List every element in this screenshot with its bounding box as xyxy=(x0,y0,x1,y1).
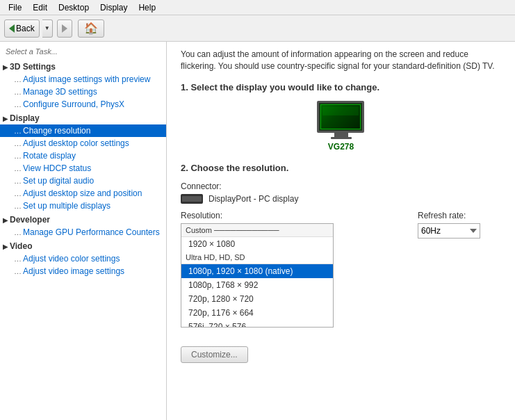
toggle-video-icon: ▶ xyxy=(3,243,8,250)
resolution-listbox-container: Custom ──────────── 1920 × 1080 Ultra HD… xyxy=(181,223,334,328)
section-video-label: Video xyxy=(10,241,32,251)
connector-icon xyxy=(181,194,203,204)
listbox-group-custom: Custom ──────────── xyxy=(181,224,333,237)
sidebar-item-multiple-displays[interactable]: Set up multiple displays xyxy=(0,200,166,212)
sidebar-item-video-image[interactable]: Adjust video image settings xyxy=(0,265,166,277)
listbox-group-uhd: Ultra HD, HD, SD xyxy=(181,251,333,264)
listbox-item-576[interactable]: 576i, 720 × 576 xyxy=(181,320,333,328)
sidebar: Select a Task... ▶ 3D Settings Adjust im… xyxy=(0,42,167,420)
section-developer-label: Developer xyxy=(10,215,50,225)
refresh-label: Refresh rate: xyxy=(418,211,501,220)
sidebar-item-rotate-display[interactable]: Rotate display xyxy=(0,150,166,162)
refresh-column: Refresh rate: 60Hz 59Hz 50Hz xyxy=(418,211,501,239)
monitor-screen-inner xyxy=(320,104,361,129)
resolution-section: Resolution: Custom ──────────── 1920 × 1… xyxy=(181,211,501,330)
sidebar-item-change-resolution[interactable]: Change resolution xyxy=(0,124,166,137)
monitor-icon xyxy=(317,101,366,139)
listbox-item-720p-1176[interactable]: 720p, 1176 × 664 xyxy=(181,306,333,320)
monitor-container[interactable]: VG278 xyxy=(181,101,501,152)
sidebar-item-digital-audio[interactable]: Set up digital audio xyxy=(0,175,166,187)
chevron-down-icon: ▼ xyxy=(44,25,50,31)
task-label: Select a Task... xyxy=(0,45,166,60)
resolution-column: Resolution: Custom ──────────── 1920 × 1… xyxy=(181,211,404,330)
menu-bar: File Edit Desktop Display Help xyxy=(0,0,515,15)
monitor-name: VG278 xyxy=(328,142,354,152)
section-3d-settings: ▶ 3D Settings Adjust image settings with… xyxy=(0,60,166,111)
toggle-3d-icon: ▶ xyxy=(3,63,8,71)
sidebar-item-manage-3d[interactable]: Manage 3D settings xyxy=(0,86,166,98)
section-display-label: Display xyxy=(10,113,40,123)
sidebar-item-configure-surround[interactable]: Configure Surround, PhysX xyxy=(0,98,166,111)
sidebar-item-video-color[interactable]: Adjust video color settings xyxy=(0,252,166,265)
section-3d-header[interactable]: ▶ 3D Settings xyxy=(0,60,166,73)
toggle-display-icon: ▶ xyxy=(3,115,8,122)
monitor-base xyxy=(331,137,352,139)
section-video: ▶ Video Adjust video color settings Adju… xyxy=(0,239,166,278)
content-area: You can adjust the amount of information… xyxy=(167,42,515,420)
menu-help[interactable]: Help xyxy=(133,1,161,14)
section-developer: ▶ Developer Manage GPU Performance Count… xyxy=(0,213,166,239)
menu-file[interactable]: File xyxy=(3,1,27,14)
info-text: You can adjust the amount of information… xyxy=(181,49,501,72)
section1-title: 1. Select the display you would like to … xyxy=(181,82,501,92)
listbox-item-1080p-native[interactable]: 1080p, 1920 × 1080 (native) xyxy=(181,264,333,278)
section-display: ▶ Display Change resolution Adjust deskt… xyxy=(0,111,166,213)
customize-button[interactable]: Customize... xyxy=(181,346,248,363)
listbox-item-720p-1280[interactable]: 720p, 1280 × 720 xyxy=(181,292,333,306)
section-3d-label: 3D Settings xyxy=(10,62,56,72)
resolution-label: Resolution: xyxy=(181,211,404,220)
monitor-screen xyxy=(317,101,364,133)
back-arrow-icon xyxy=(9,24,15,33)
home-icon: 🏠 xyxy=(84,22,98,35)
section2-title: 2. Choose the resolution. xyxy=(181,163,501,173)
refresh-rate-select[interactable]: 60Hz 59Hz 50Hz xyxy=(418,223,480,239)
toolbar: Back ▼ 🏠 xyxy=(0,15,515,42)
menu-display[interactable]: Display xyxy=(95,1,133,14)
forward-arrow-icon xyxy=(62,24,67,33)
listbox-item-1080p-1768[interactable]: 1080p, 1768 × 992 xyxy=(181,278,333,292)
sidebar-item-adjust-image[interactable]: Adjust image settings with preview xyxy=(0,73,166,86)
section-video-header[interactable]: ▶ Video xyxy=(0,240,166,252)
resolution-refresh-row: Resolution: Custom ──────────── 1920 × 1… xyxy=(181,211,501,330)
sidebar-item-desktop-size[interactable]: Adjust desktop size and position xyxy=(0,187,166,200)
connector-text: DisplayPort - PC display xyxy=(209,194,298,204)
home-button[interactable]: 🏠 xyxy=(78,19,104,38)
menu-desktop[interactable]: Desktop xyxy=(53,1,95,14)
section-display-header[interactable]: ▶ Display xyxy=(0,112,166,124)
back-button[interactable]: Back xyxy=(4,19,40,38)
back-label: Back xyxy=(16,24,35,33)
main-layout: Select a Task... ▶ 3D Settings Adjust im… xyxy=(0,42,515,420)
connector-row: Connector: DisplayPort - PC display xyxy=(181,181,501,204)
forward-button[interactable] xyxy=(57,19,72,38)
menu-edit[interactable]: Edit xyxy=(27,1,53,14)
back-dropdown-button[interactable]: ▼ xyxy=(42,19,53,38)
resolution-listbox[interactable]: Custom ──────────── 1920 × 1080 Ultra HD… xyxy=(181,223,334,328)
listbox-item-1920[interactable]: 1920 × 1080 xyxy=(181,237,333,251)
toggle-developer-icon: ▶ xyxy=(3,216,8,224)
sidebar-item-hdcp-status[interactable]: View HDCP status xyxy=(0,162,166,175)
connector-info: DisplayPort - PC display xyxy=(181,194,501,204)
monitor-stand xyxy=(334,133,348,137)
sidebar-item-color-settings[interactable]: Adjust desktop color settings xyxy=(0,137,166,150)
connector-label: Connector: xyxy=(181,181,501,191)
sidebar-item-gpu-counters[interactable]: Manage GPU Performance Counters xyxy=(0,226,166,239)
section-developer-header[interactable]: ▶ Developer xyxy=(0,213,166,226)
